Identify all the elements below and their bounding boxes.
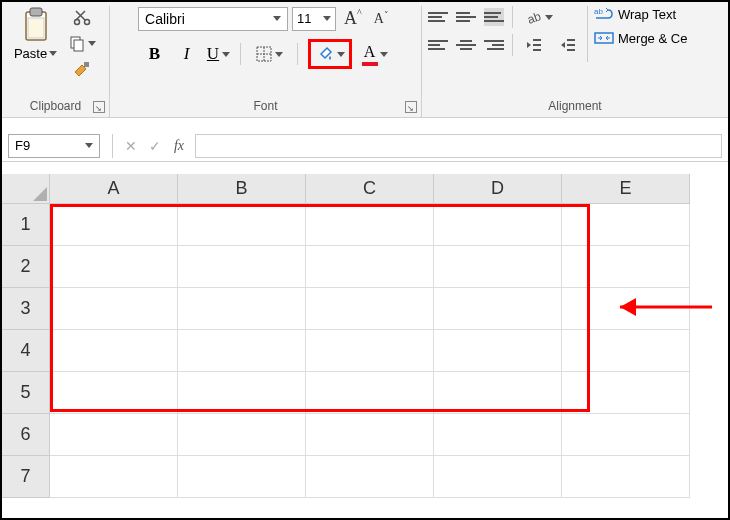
align-left-button[interactable] (428, 36, 448, 54)
paste-label: Paste (14, 46, 47, 61)
cell[interactable] (434, 330, 562, 372)
select-all-corner[interactable] (2, 174, 50, 204)
align-center-button[interactable] (456, 36, 476, 54)
cut-button[interactable] (64, 6, 100, 28)
cell[interactable] (306, 246, 434, 288)
name-box-value: F9 (15, 138, 30, 153)
fill-color-button-highlighted (308, 39, 352, 69)
cell[interactable] (434, 246, 562, 288)
cell[interactable] (178, 204, 306, 246)
column-header[interactable]: C (306, 174, 434, 204)
cell[interactable] (306, 372, 434, 414)
cell[interactable] (562, 330, 690, 372)
formula-input[interactable] (195, 134, 722, 158)
cell[interactable] (178, 246, 306, 288)
align-right-button[interactable] (484, 36, 504, 54)
align-top-button[interactable] (428, 8, 448, 26)
separator (297, 43, 298, 65)
cell[interactable] (562, 288, 690, 330)
cell[interactable] (306, 288, 434, 330)
group-clipboard: Paste Clipboard (2, 6, 110, 117)
copy-icon (68, 34, 86, 52)
row-header[interactable]: 1 (2, 204, 50, 246)
bold-button[interactable]: B (144, 43, 166, 65)
svg-rect-7 (84, 62, 89, 67)
clipboard-dialog-launcher[interactable] (93, 101, 105, 113)
copy-button[interactable] (64, 32, 100, 54)
insert-function-button[interactable]: fx (167, 134, 191, 158)
column-header[interactable]: D (434, 174, 562, 204)
paste-button[interactable]: Paste (12, 6, 60, 80)
cell[interactable] (434, 372, 562, 414)
decrease-font-button[interactable]: A˅ (370, 9, 393, 29)
fill-color-button[interactable] (315, 44, 345, 64)
column-header[interactable]: A (50, 174, 178, 204)
decrease-indent-button[interactable] (521, 35, 547, 55)
font-dialog-launcher[interactable] (405, 101, 417, 113)
cell[interactable] (562, 372, 690, 414)
align-middle-button[interactable] (456, 8, 476, 26)
merge-center-button[interactable]: Merge & Ce (594, 30, 687, 46)
font-size-combo[interactable]: 11 (292, 7, 336, 31)
cell[interactable] (434, 414, 562, 456)
svg-rect-19 (595, 33, 613, 43)
row-header[interactable]: 3 (2, 288, 50, 330)
increase-indent-button[interactable] (555, 35, 581, 55)
row-header[interactable]: 4 (2, 330, 50, 372)
cell[interactable] (50, 246, 178, 288)
row-header[interactable]: 2 (2, 246, 50, 288)
underline-button[interactable]: U (208, 43, 230, 65)
font-color-button[interactable]: A (362, 43, 388, 66)
scissors-icon (73, 8, 91, 26)
cell[interactable] (306, 414, 434, 456)
cell[interactable] (178, 372, 306, 414)
group-label-alignment: Alignment (548, 97, 601, 115)
cell[interactable] (50, 288, 178, 330)
cell[interactable] (562, 456, 690, 498)
cancel-formula-button[interactable]: ✕ (119, 134, 143, 158)
decrease-indent-icon (525, 37, 543, 53)
cell[interactable] (562, 414, 690, 456)
cell[interactable] (306, 204, 434, 246)
cell[interactable] (50, 456, 178, 498)
column-header[interactable]: B (178, 174, 306, 204)
row-header[interactable]: 7 (2, 456, 50, 498)
cell[interactable] (50, 330, 178, 372)
cell[interactable] (178, 414, 306, 456)
cell[interactable] (306, 456, 434, 498)
svg-rect-2 (28, 18, 44, 38)
cell[interactable] (178, 456, 306, 498)
cell[interactable] (50, 372, 178, 414)
cell[interactable] (50, 414, 178, 456)
cell[interactable] (562, 204, 690, 246)
clipboard-icon (20, 6, 52, 44)
italic-button[interactable]: I (176, 43, 198, 65)
orientation-button[interactable]: ab (521, 6, 557, 28)
cell[interactable] (434, 204, 562, 246)
enter-formula-button[interactable]: ✓ (143, 134, 167, 158)
cell[interactable] (50, 204, 178, 246)
wrap-text-button[interactable]: ab Wrap Text (594, 6, 687, 22)
cell[interactable] (434, 456, 562, 498)
increase-font-button[interactable]: A^ (340, 6, 366, 31)
name-box[interactable]: F9 (8, 134, 100, 158)
font-color-letter: A (364, 43, 376, 61)
cell[interactable] (178, 288, 306, 330)
column-header[interactable]: E (562, 174, 690, 204)
cell[interactable] (562, 246, 690, 288)
separator (587, 6, 588, 62)
separator (112, 134, 113, 158)
format-painter-button[interactable] (64, 58, 100, 80)
align-bottom-button[interactable] (484, 8, 504, 26)
cell[interactable] (178, 330, 306, 372)
increase-indent-icon (559, 37, 577, 53)
cell[interactable] (306, 330, 434, 372)
row-header[interactable]: 5 (2, 372, 50, 414)
svg-rect-6 (74, 40, 83, 51)
borders-button[interactable] (251, 43, 287, 65)
cell[interactable] (434, 288, 562, 330)
formula-bar: F9 ✕ ✓ fx (2, 130, 728, 162)
font-name-combo[interactable]: Calibri (138, 7, 288, 31)
row-header[interactable]: 6 (2, 414, 50, 456)
svg-text:ab: ab (594, 7, 603, 16)
